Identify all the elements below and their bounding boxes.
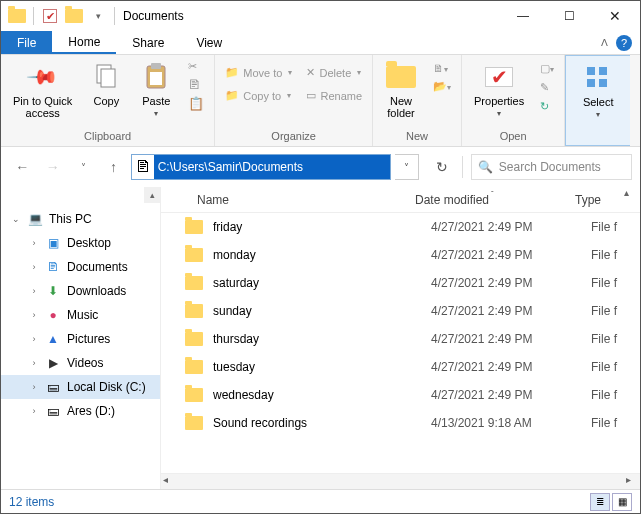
history-icon: ↻ (540, 100, 549, 113)
select-label: Select (583, 96, 614, 108)
scroll-left-icon[interactable]: ◂ (161, 474, 177, 490)
address-bar[interactable]: 🖹 (131, 154, 391, 180)
tab-file[interactable]: File (1, 31, 52, 54)
move-to-icon: 📁 (225, 66, 239, 79)
new-group-label: New (379, 128, 455, 144)
pin-to-quick-access-button[interactable]: 📌 Pin to Quick access (7, 59, 78, 121)
chevron-right-icon[interactable]: › (29, 382, 39, 392)
item-date: 4/27/2021 2:49 PM (431, 360, 591, 374)
file-list-pane: Name Date modifiedˆ Type ▴ friday4/27/20… (161, 187, 640, 489)
list-item[interactable]: friday4/27/2021 2:49 PMFile f (161, 213, 640, 241)
drive-icon: 🖴 (45, 403, 61, 419)
tree-music[interactable]: ›●Music (1, 303, 160, 327)
thumbnails-view-button[interactable]: ▦ (612, 493, 632, 511)
list-item[interactable]: Sound recordings4/13/2021 9:18 AMFile f (161, 409, 640, 437)
folder-icon (185, 220, 203, 234)
tree-local-disk-c[interactable]: ›🖴Local Disk (C:) (1, 375, 160, 399)
tab-view[interactable]: View (180, 31, 238, 54)
forward-button[interactable]: → (39, 153, 65, 181)
properties-label: Properties (474, 95, 524, 107)
chevron-right-icon[interactable]: › (29, 286, 39, 296)
tree-pictures[interactable]: ›▲Pictures (1, 327, 160, 351)
svg-rect-4 (150, 72, 162, 85)
back-button[interactable]: ← (9, 153, 35, 181)
paste-shortcut-button[interactable]: 📋 (184, 95, 208, 112)
cut-button[interactable]: ✂ (184, 59, 208, 74)
edit-icon: ✎ (540, 81, 549, 94)
address-icon: 🖹 (132, 158, 154, 176)
chevron-right-icon[interactable]: › (29, 358, 39, 368)
item-name: saturday (213, 276, 431, 290)
list-item[interactable]: tuesday4/27/2021 2:49 PMFile f (161, 353, 640, 381)
tree-this-pc[interactable]: ⌄ 💻 This PC (1, 207, 160, 231)
svg-rect-7 (587, 79, 595, 87)
recent-locations-button[interactable]: ˅ (70, 153, 96, 181)
tree-desktop[interactable]: ›▣Desktop (1, 231, 160, 255)
tab-home[interactable]: Home (52, 31, 116, 54)
item-type: File f (591, 248, 640, 262)
maximize-button[interactable]: ☐ (546, 1, 592, 31)
tab-share[interactable]: Share (116, 31, 180, 54)
column-type[interactable]: Type (575, 193, 624, 207)
navpane-scroll-up[interactable]: ▴ (144, 187, 160, 203)
open-group-label: Open (468, 128, 558, 144)
chevron-right-icon[interactable]: › (29, 310, 39, 320)
history-button[interactable]: ↻ (536, 99, 558, 114)
tree-documents[interactable]: ›🖹Documents (1, 255, 160, 279)
item-count: 12 items (9, 495, 54, 509)
tree-downloads[interactable]: ›⬇Downloads (1, 279, 160, 303)
qat-dropdown-icon[interactable]: ▾ (88, 6, 108, 26)
address-input[interactable] (154, 155, 390, 179)
horizontal-scrollbar[interactable]: ◂ ▸ (161, 473, 640, 489)
list-item[interactable]: wednesday4/27/2021 2:49 PMFile f (161, 381, 640, 409)
help-icon[interactable]: ? (616, 35, 632, 51)
item-type: File f (591, 276, 640, 290)
tree-ares-d[interactable]: ›🖴Ares (D:) (1, 399, 160, 423)
refresh-button[interactable]: ↻ (429, 154, 454, 180)
list-scroll-up[interactable]: ▴ (624, 187, 640, 203)
copy-path-button[interactable]: 🖹 (184, 76, 208, 93)
folder-icon (185, 388, 203, 402)
column-name[interactable]: Name (185, 193, 415, 207)
select-button[interactable]: Select ▾ (576, 60, 620, 121)
chevron-right-icon[interactable]: › (29, 406, 39, 416)
qat-properties-icon[interactable]: ✔ (40, 6, 60, 26)
item-type: File f (591, 220, 640, 234)
delete-button[interactable]: ✕Delete▾ (302, 65, 366, 80)
copy-icon (90, 61, 122, 93)
properties-button[interactable]: ✔ Properties ▾ (468, 59, 530, 120)
list-item[interactable]: monday4/27/2021 2:49 PMFile f (161, 241, 640, 269)
new-folder-button[interactable]: New folder (379, 59, 423, 121)
column-date[interactable]: Date modifiedˆ (415, 193, 575, 207)
new-item-button[interactable]: 🗎▾ (429, 61, 455, 75)
address-dropdown[interactable]: ˅ (395, 154, 420, 180)
list-item[interactable]: thursday4/27/2021 2:49 PMFile f (161, 325, 640, 353)
easy-access-button[interactable]: 📂▾ (429, 79, 455, 94)
chevron-right-icon[interactable]: › (29, 238, 39, 248)
chevron-right-icon[interactable]: › (29, 262, 39, 272)
status-bar: 12 items ≣ ▦ (1, 489, 640, 513)
collapse-ribbon-icon[interactable]: ᐱ (601, 37, 608, 48)
paste-shortcut-icon: 📋 (188, 96, 204, 111)
copy-to-button[interactable]: 📁Copy to▾ (221, 88, 296, 103)
minimize-button[interactable]: — (500, 1, 546, 31)
scroll-right-icon[interactable]: ▸ (624, 474, 640, 490)
list-item[interactable]: sunday4/27/2021 2:49 PMFile f (161, 297, 640, 325)
open-button[interactable]: ▢▾ (536, 61, 558, 76)
paste-button[interactable]: Paste ▾ (134, 59, 178, 120)
ribbon-tabs: File Home Share View ᐱ ? (1, 31, 640, 55)
edit-button[interactable]: ✎ (536, 80, 558, 95)
tree-videos[interactable]: ›▶Videos (1, 351, 160, 375)
rename-button[interactable]: ▭Rename (302, 88, 366, 103)
chevron-right-icon[interactable]: › (29, 334, 39, 344)
details-view-button[interactable]: ≣ (590, 493, 610, 511)
copy-button[interactable]: Copy (84, 59, 128, 109)
move-to-button[interactable]: 📁Move to▾ (221, 65, 296, 80)
music-icon: ● (45, 307, 61, 323)
up-button[interactable]: ↑ (100, 153, 126, 181)
easy-access-icon: 📂▾ (433, 80, 451, 93)
close-button[interactable]: ✕ (592, 1, 638, 31)
search-box[interactable]: 🔍 Search Documents (471, 154, 632, 180)
expand-icon[interactable]: ⌄ (11, 214, 21, 224)
list-item[interactable]: saturday4/27/2021 2:49 PMFile f (161, 269, 640, 297)
